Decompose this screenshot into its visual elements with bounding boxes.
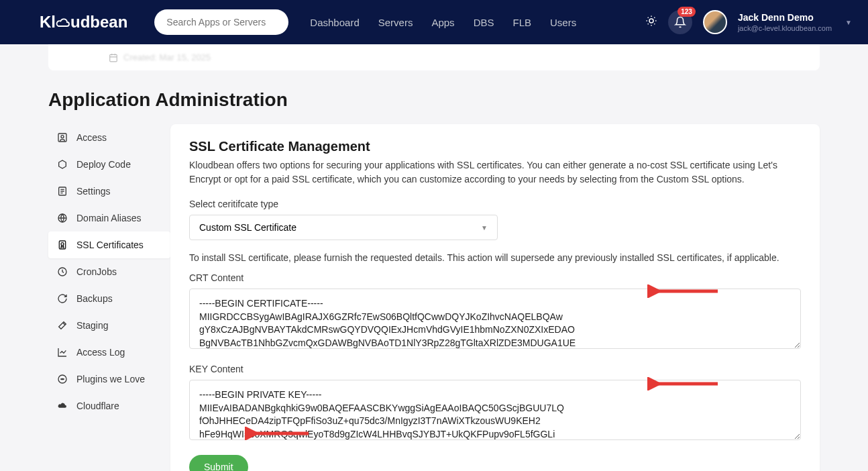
panel-description: Kloudbean offers two options for securin…: [189, 158, 801, 187]
calendar-icon: [109, 53, 118, 62]
sidebar-item-cron[interactable]: CronJobs: [48, 258, 170, 285]
panel-title: SSL Certificate Management: [189, 139, 801, 154]
user-email: jack@c-level.kloudbean.com: [738, 23, 832, 33]
refresh-icon: [56, 293, 68, 305]
avatar[interactable]: [703, 10, 727, 34]
sidebar-item-cloudflare[interactable]: Cloudflare: [48, 392, 170, 419]
clock-icon: [56, 266, 68, 278]
sun-icon[interactable]: [645, 15, 657, 30]
sidebar-item-label: Access Log: [76, 347, 125, 358]
sidebar-item-label: CronJobs: [76, 266, 117, 277]
crt-label: CRT Content: [189, 272, 801, 283]
sidebar-item-ssl[interactable]: SSL Certificates: [48, 231, 170, 258]
nav-users[interactable]: Users: [550, 17, 576, 28]
page-title: Application Administration: [48, 89, 820, 111]
select-label: Select ceritifcate type: [189, 199, 801, 209]
key-label: KEY Content: [189, 364, 801, 374]
sidebar: Access Deploy Code Settings Domain Alias…: [48, 124, 170, 471]
user-name: Jack Denn Demo: [738, 11, 832, 23]
created-text: Created: Mar 15, 2025: [123, 52, 211, 62]
content-panel: SSL Certificate Management Kloudbean off…: [170, 124, 820, 471]
select-value: Custom SSL Certificate: [199, 222, 296, 233]
sidebar-item-deploy[interactable]: Deploy Code: [48, 151, 170, 178]
bell-icon: [674, 16, 686, 28]
svg-point-0: [649, 19, 653, 23]
search-box[interactable]: [154, 9, 288, 35]
svg-point-3: [61, 136, 64, 138]
sidebar-item-label: Plugins we Love: [76, 374, 145, 384]
sidebar-item-label: Cloudflare: [76, 401, 119, 411]
chart-icon: [56, 346, 68, 358]
svg-point-7: [61, 243, 64, 246]
sidebar-item-label: Access: [76, 132, 107, 143]
sidebar-item-domain[interactable]: Domain Aliases: [48, 205, 170, 231]
search-input[interactable]: [166, 17, 276, 28]
nav-dbs[interactable]: DBS: [474, 17, 494, 28]
svg-rect-1: [110, 54, 117, 62]
sidebar-item-plugins[interactable]: Plugins we Love: [48, 366, 170, 392]
sidebar-item-staging[interactable]: Staging: [48, 312, 170, 339]
user-square-icon: [56, 132, 68, 144]
sidebar-item-backups[interactable]: Backups: [48, 285, 170, 312]
chevron-down-icon[interactable]: ▼: [845, 19, 852, 26]
main-layout: Access Deploy Code Settings Domain Alias…: [48, 124, 820, 471]
cloud-icon: [56, 400, 68, 412]
sidebar-item-settings[interactable]: Settings: [48, 178, 170, 205]
world-icon: [56, 373, 68, 385]
nav-apps[interactable]: Apps: [431, 17, 454, 28]
nav-servers[interactable]: Servers: [378, 17, 413, 28]
wand-icon: [56, 319, 68, 331]
install-help-text: To install SSL certificate, please furni…: [189, 252, 801, 263]
key-textarea[interactable]: [189, 380, 801, 440]
cube-icon: [56, 158, 68, 170]
sidebar-item-label: Backups: [76, 293, 113, 304]
certificate-icon: [56, 239, 68, 251]
user-info[interactable]: Jack Denn Demo jack@c-level.kloudbean.co…: [738, 11, 832, 33]
nav-flb[interactable]: FLB: [512, 17, 531, 28]
sidebar-item-accesslog[interactable]: Access Log: [48, 339, 170, 366]
sidebar-item-label: Domain Aliases: [76, 213, 142, 223]
sidebar-item-label: SSL Certificates: [76, 240, 144, 250]
sidebar-item-access[interactable]: Access: [48, 124, 170, 151]
cert-type-row: Select ceritifcate type Custom SSL Certi…: [189, 199, 801, 240]
sidebar-item-label: Settings: [76, 186, 111, 197]
sidebar-item-label: Deploy Code: [76, 159, 131, 170]
created-row: Created: Mar 15, 2025: [48, 44, 820, 70]
main-nav: Dashboard Servers Apps DBS FLB Users: [310, 17, 576, 28]
app-header: Kludbean Dashboard Servers Apps DBS FLB …: [0, 0, 868, 44]
sliders-icon: [56, 185, 68, 197]
notification-button[interactable]: 123: [668, 10, 692, 34]
crt-textarea[interactable]: [189, 289, 801, 349]
caret-down-icon: ▼: [481, 224, 488, 231]
notification-badge: 123: [677, 7, 696, 17]
header-right: 123 Jack Denn Demo jack@c-level.kloudbea…: [645, 10, 852, 34]
nav-dashboard[interactable]: Dashboard: [310, 17, 359, 28]
submit-button[interactable]: Submit: [189, 455, 248, 471]
globe-icon: [56, 212, 68, 224]
sidebar-item-label: Staging: [76, 320, 108, 331]
logo-text: Kludbean: [40, 13, 127, 32]
cert-type-select[interactable]: Custom SSL Certificate ▼: [189, 215, 498, 240]
logo[interactable]: Kludbean: [40, 13, 127, 32]
